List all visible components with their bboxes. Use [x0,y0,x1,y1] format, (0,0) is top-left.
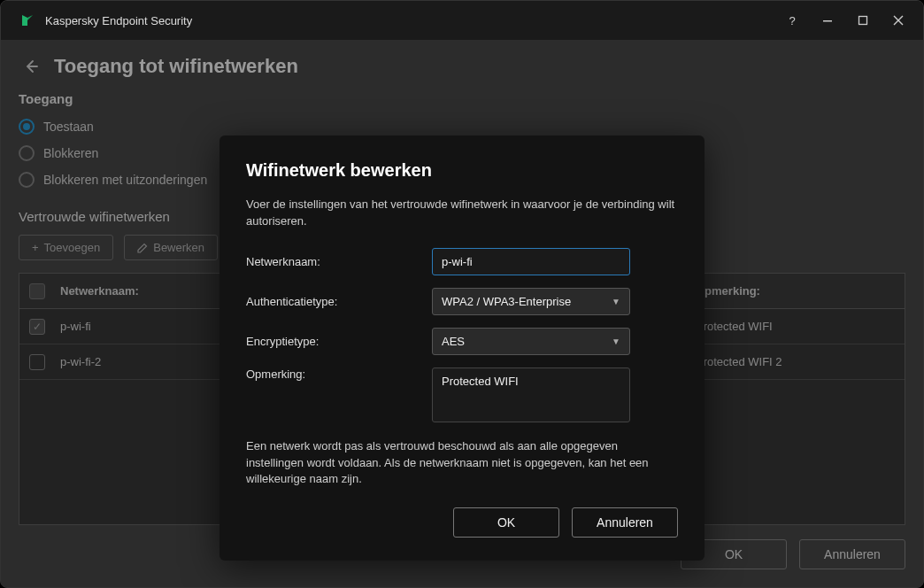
minimize-icon [822,15,833,26]
maximize-button[interactable] [845,6,881,35]
close-icon [893,15,904,26]
modal-ok-button[interactable]: OK [453,507,559,538]
app-logo-icon [19,12,36,29]
close-button[interactable] [881,6,916,35]
modal-note: Een netwerk wordt pas als vertrouwd besc… [246,438,678,489]
auth-label: Authenticatietype: [246,295,432,308]
encryption-type-select[interactable]: AES ▼ [432,328,630,355]
form-row-name: Netwerknaam: [246,248,678,275]
auth-type-select[interactable]: WPA2 / WPA3-Enterprise ▼ [432,288,630,315]
name-label: Netwerknaam: [246,255,432,268]
minimize-button[interactable] [810,6,845,35]
app-title: Kaspersky Endpoint Security [45,14,774,27]
help-button[interactable]: ? [774,6,810,35]
form-row-auth: Authenticatietype: WPA2 / WPA3-Enterpris… [246,288,678,315]
network-name-input[interactable] [432,248,630,275]
help-icon: ? [789,14,795,27]
form-row-remark: Opmerking: [246,368,678,426]
svg-rect-1 [859,17,867,25]
page-content: Toegang tot wifinetwerken Toegang Toesta… [1,40,923,587]
remark-label: Opmerking: [246,368,432,381]
chevron-down-icon: ▼ [612,337,620,346]
modal-description: Voer de instellingen van het vertrouwde … [246,197,678,230]
modal-cancel-button[interactable]: Annuleren [572,507,678,538]
svg-rect-0 [823,20,832,22]
app-window: Kaspersky Endpoint Security ? Toegang to… [0,0,924,588]
remark-textarea[interactable] [432,368,630,422]
chevron-down-icon: ▼ [612,297,620,306]
encryption-type-value: AES [442,335,465,348]
auth-type-value: WPA2 / WPA3-Enterprise [442,295,571,308]
enc-label: Encryptietype: [246,335,432,348]
modal-overlay: Wifinetwerk bewerken Voer de instellinge… [1,40,923,587]
modal-title: Wifinetwerk bewerken [246,160,678,181]
modal-footer: OK Annuleren [246,507,678,538]
titlebar: Kaspersky Endpoint Security ? [1,1,923,40]
maximize-icon [858,15,868,26]
form-row-enc: Encryptietype: AES ▼ [246,328,678,355]
edit-wifi-modal: Wifinetwerk bewerken Voer de instellinge… [219,135,705,561]
